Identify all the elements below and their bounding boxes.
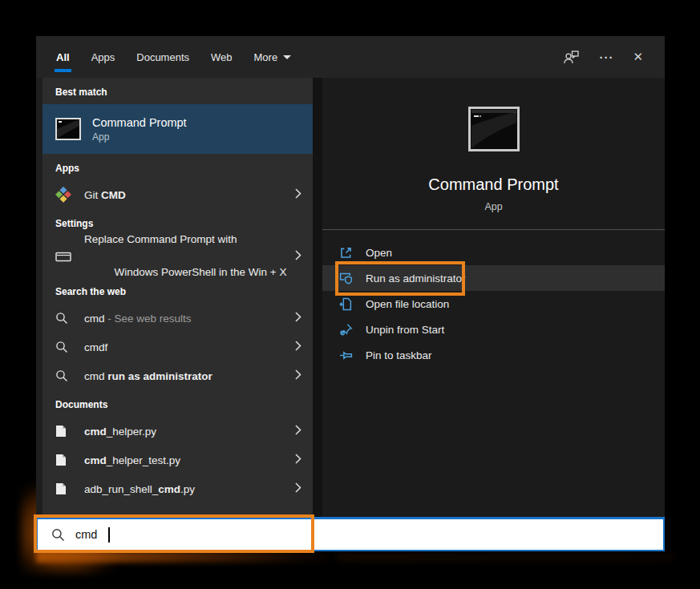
search-input[interactable]: cmd	[36, 517, 665, 551]
section-header-apps: Apps	[42, 154, 313, 180]
preview-app-title: Command Prompt	[322, 175, 665, 194]
doc-item2-rest: _helper_test.py	[107, 454, 180, 466]
orange-glow-bottom	[36, 551, 341, 563]
action-open[interactable]: Open	[322, 240, 665, 265]
action-pin-to-taskbar[interactable]: Pin to taskbar	[322, 342, 665, 368]
doc-item3-prefix: adb_run_shell_	[84, 483, 158, 495]
orange-glow-bottom-right	[337, 553, 674, 561]
more-options-icon[interactable]: ···	[599, 50, 613, 64]
panel-edge-strip	[36, 78, 42, 517]
action-unpin-from-start[interactable]: Unpin from Start	[322, 317, 665, 342]
tab-more-label: More	[254, 51, 278, 63]
open-icon	[339, 246, 353, 260]
tab-web-label: Web	[211, 51, 233, 63]
open-file-location-icon	[339, 297, 353, 311]
chevron-right-icon[interactable]	[295, 482, 301, 495]
chevron-right-icon[interactable]	[295, 454, 301, 466]
search-icon	[55, 369, 75, 382]
action-unpin-label: Unpin from Start	[366, 324, 444, 336]
tab-documents[interactable]: Documents	[136, 36, 189, 78]
result-doc-adb-run-shell-cmd[interactable]: adb_run_shell_cmd.py	[42, 474, 313, 503]
action-run-admin-label: Run as administrator	[366, 272, 466, 284]
web-item1-rest: - See web results	[105, 313, 192, 325]
doc-item2-bold: cmd	[84, 454, 107, 466]
tab-apps-label: Apps	[91, 51, 115, 63]
pin-icon	[339, 349, 353, 362]
action-open-file-location[interactable]: Open file location	[322, 291, 665, 317]
preview-panel: Command Prompt App Open	[322, 78, 665, 517]
run-as-administrator-icon	[339, 272, 353, 285]
settings-item-line1: Replace Command Prompt with	[84, 233, 237, 245]
action-pin-taskbar-label: Pin to taskbar	[366, 349, 432, 361]
git-cmd-icon	[55, 187, 75, 203]
result-web-cmd-run-as-admin[interactable]: cmd run as administrator	[42, 361, 313, 390]
result-doc-cmd-helper-test[interactable]: cmd_helper_test.py	[42, 446, 313, 474]
active-tab-underline	[55, 69, 71, 72]
chevron-right-icon[interactable]	[295, 369, 301, 382]
git-item-prefix: Git	[84, 189, 101, 201]
chevron-right-icon[interactable]	[295, 312, 301, 325]
chevron-right-icon[interactable]	[295, 250, 301, 263]
action-open-label: Open	[366, 247, 392, 259]
tab-all-label: All	[56, 51, 70, 63]
chevron-right-icon[interactable]	[295, 188, 301, 201]
doc-item1-bold-text: cmd	[84, 426, 107, 438]
tab-all[interactable]: All	[56, 36, 70, 78]
close-icon[interactable]: ✕	[633, 50, 644, 64]
search-icon	[55, 341, 75, 353]
result-git-cmd[interactable]: Git CMD	[42, 180, 313, 209]
settings-item-line2: Windows PowerShell in the Win + X	[115, 266, 287, 278]
unpin-icon	[339, 323, 353, 337]
web-item2-main: cmdf	[84, 341, 107, 353]
web-item3-bold: run as administrator	[107, 370, 212, 382]
doc-item3-suffix: .py	[180, 483, 195, 495]
doc-item1-rest: _helper.py	[107, 426, 156, 438]
section-header-best-match: Best match	[42, 78, 313, 104]
tab-web[interactable]: Web	[211, 36, 233, 78]
best-match-subtitle: App	[92, 131, 187, 143]
result-replace-cmd-setting[interactable]: Replace Command Prompt with Windows Powe…	[42, 236, 313, 277]
search-icon	[51, 528, 65, 542]
document-icon	[55, 425, 75, 438]
result-web-cmd[interactable]: cmd - See web results	[42, 304, 313, 333]
result-web-cmdf[interactable]: cmdf	[42, 333, 313, 361]
tab-more[interactable]: More	[254, 36, 292, 78]
feedback-icon[interactable]	[563, 50, 580, 65]
chevron-right-icon[interactable]	[295, 425, 301, 438]
search-query-text: cmd	[75, 528, 97, 541]
chevron-right-icon[interactable]	[295, 341, 301, 353]
doc-item3-bold: cmd	[158, 483, 180, 495]
result-doc-cmd-helper[interactable]: cmd_helper.py	[42, 417, 313, 446]
search-filter-tabbar: All Apps Documents Web More	[36, 36, 665, 78]
preview-divider	[322, 229, 665, 230]
tab-documents-label: Documents	[136, 51, 189, 63]
web-item1-main: cmd	[84, 313, 105, 325]
command-prompt-icon	[55, 118, 81, 140]
results-panel: Best match Command Prompt App App	[36, 78, 313, 517]
preview-app-subtitle: App	[322, 201, 665, 212]
document-icon	[55, 482, 75, 495]
tab-apps[interactable]: Apps	[91, 36, 115, 78]
search-flyout-window: All Apps Documents Web More	[36, 36, 665, 551]
search-icon	[55, 312, 75, 325]
action-open-file-location-label: Open file location	[366, 298, 449, 310]
best-match-title: Command Prompt	[92, 116, 187, 129]
web-item3-prefix: cmd	[84, 370, 107, 382]
action-run-as-administrator[interactable]: Run as administrator	[322, 265, 665, 291]
document-icon	[55, 454, 75, 466]
text-caret	[108, 527, 110, 543]
command-prompt-icon-large	[468, 107, 520, 155]
section-header-documents: Documents	[42, 390, 313, 417]
chevron-down-icon	[283, 55, 291, 59]
git-item-bold: CMD	[101, 189, 126, 201]
result-best-match-command-prompt[interactable]: Command Prompt App	[42, 104, 313, 154]
system-setting-icon	[55, 252, 75, 262]
